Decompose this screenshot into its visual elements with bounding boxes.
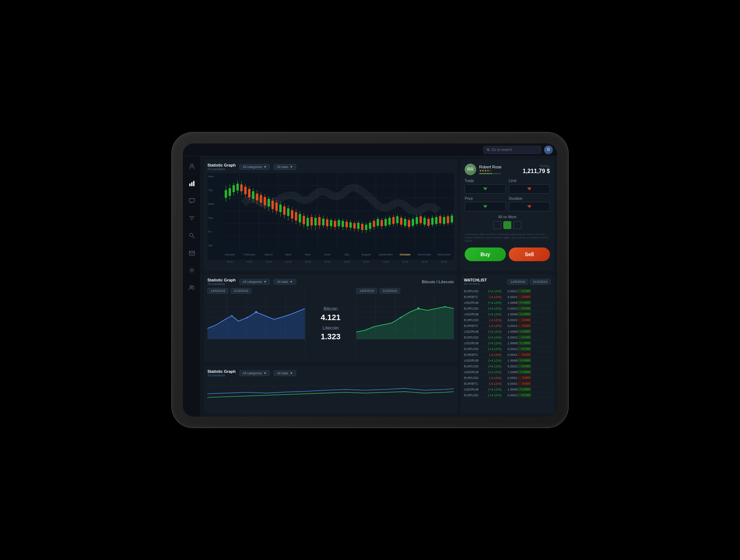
svg-point-14	[190, 286, 192, 288]
wl-price-17: 1.9998	[502, 388, 517, 391]
search-box[interactable]	[483, 146, 541, 154]
mini-chart-title: Statistic Graph	[207, 369, 236, 374]
btc-center: Bitcoin 4.121 Litecoin 1.323	[305, 288, 356, 359]
wl-pair-15: EUR/USD	[464, 376, 481, 380]
sidebar-icon-search[interactable]	[186, 230, 197, 241]
svg-rect-115	[384, 219, 387, 226]
sidebar-icon-filter[interactable]	[186, 213, 197, 224]
btc-right-date1: 14/5/2019	[356, 288, 377, 294]
wl-price-18: 0,0001	[502, 393, 517, 397]
svg-rect-141	[435, 217, 437, 224]
bitcoin-stats-dropdown[interactable]: All stats ▼	[274, 279, 296, 285]
sidebar-icon-user[interactable]	[186, 161, 197, 172]
price-dropdown[interactable]	[465, 202, 506, 211]
svg-rect-12	[189, 251, 194, 255]
svg-rect-49	[256, 194, 258, 201]
total-display: TOTAL 1,211,79 $	[522, 164, 550, 175]
svg-rect-145	[443, 217, 445, 224]
litecoin-label: Litecoin	[323, 325, 339, 331]
svg-rect-69	[295, 212, 297, 220]
wl-price-6: 0,0041	[502, 324, 517, 328]
btc-left-svg	[207, 296, 305, 339]
top-user-avatar[interactable]: R	[544, 146, 553, 154]
trade-group: Trade	[465, 179, 506, 194]
buy-button[interactable]: Buy	[465, 247, 506, 261]
litecoin-value: 1.323	[320, 332, 340, 341]
disclaimer-text: Lorem ipsum dolor sit amet, consectetur …	[465, 233, 550, 242]
sidebar-icon-users[interactable]	[186, 282, 197, 293]
wl-pair-13: EUR/USD	[464, 365, 481, 368]
svg-point-168	[400, 317, 401, 318]
mini-stats-dropdown[interactable]: All stats ▼	[274, 370, 296, 376]
wl-change-12: (+4.12%)	[481, 359, 502, 362]
bitcoin-categories-dropdown[interactable]: All categories ▼	[239, 279, 270, 285]
y-axis-labels: Mon Tue Wed Thu Fri Sat	[207, 173, 220, 249]
trade-panel: RR Robert Rose ★★★★☆ TOTAL 1,211	[460, 159, 554, 271]
duration-dropdown[interactable]	[509, 202, 550, 211]
svg-rect-41	[240, 185, 242, 191]
wl-price-15: 0,0001	[502, 376, 517, 380]
sidebar-icon-chart[interactable]	[186, 178, 197, 189]
limit-dropdown[interactable]	[509, 184, 550, 194]
svg-point-10	[189, 233, 193, 237]
svg-rect-111	[377, 219, 379, 226]
chevron-down-icon-3: ▼	[263, 280, 267, 284]
checkbox-1[interactable]	[493, 221, 501, 229]
svg-point-159	[246, 317, 248, 318]
checkbox-3[interactable]	[513, 221, 521, 229]
mini-chart-header: Statistic Graph All mentions All categor…	[207, 369, 454, 377]
svg-rect-121	[396, 216, 398, 223]
trade-dropdown[interactable]	[465, 184, 506, 194]
btc-date2: 21/3/2019	[231, 288, 251, 294]
total-value: 1,211,79 $	[522, 168, 550, 175]
limit-arrow-icon	[527, 188, 532, 190]
watchlist-rows: EUR/USD (+4.12%) 0,0001 +0.000 EUR/BTC (…	[464, 288, 551, 398]
svg-rect-51	[260, 195, 262, 203]
categories-dropdown[interactable]: All categories ▼	[239, 164, 270, 170]
wl-price-11: 0,0041	[502, 353, 517, 357]
limit-group: Limit	[509, 179, 550, 194]
btc-right-date2: 21/3/2019	[379, 288, 400, 294]
search-input[interactable]	[491, 148, 538, 152]
watchlist-row: USD/RUB (+4.12%) 1.9998 +1.9999	[464, 300, 551, 306]
svg-rect-43	[244, 187, 246, 194]
wl-pair-1: EUR/BTC	[464, 295, 481, 299]
duration-arrow-icon	[527, 205, 532, 208]
svg-rect-61	[279, 204, 281, 212]
wl-delta-11: -0.010	[517, 353, 531, 357]
checkbox-2[interactable]	[503, 221, 511, 229]
time-sub-labels: 04:00 15:00 01:00 11:00 22:00 04:00 15:0…	[207, 260, 454, 263]
wl-price-0: 0,0001	[502, 289, 517, 293]
mini-categories-dropdown[interactable]: All categories ▼	[239, 370, 270, 376]
wl-change-16: (-4.12%)	[481, 382, 502, 385]
wl-change-8: (+4.12%)	[481, 336, 502, 339]
trade-form: Trade Limit	[465, 179, 550, 211]
svg-rect-3	[189, 184, 190, 186]
sidebar-icon-chat[interactable]	[186, 195, 197, 206]
watchlist-row: USD/RUB (+4.12%) 1.9998 +1.9999	[464, 369, 551, 375]
chevron-down-icon: ▼	[263, 165, 267, 169]
wl-price-9: 1.9998	[502, 341, 517, 345]
watchlist-title: WATCHLIST All mentions	[464, 278, 487, 285]
sidebar-icon-mail[interactable]	[186, 247, 197, 258]
svg-rect-65	[287, 208, 289, 216]
watchlist-row: EUR/BTC (-4.12%) 0,0041 -0.010	[464, 294, 551, 300]
watchlist-row: EUR/USD (+4.12%) 0,0001 +0.000	[464, 392, 551, 398]
svg-rect-129	[412, 219, 414, 226]
sidebar-icon-settings[interactable]	[186, 265, 197, 276]
svg-rect-135	[423, 218, 426, 225]
bottom-section: Statistic Graph All mentions All categor…	[204, 274, 554, 414]
wl-pair-2: USD/RUB	[464, 301, 481, 305]
wl-delta-1: -0.010	[517, 295, 531, 299]
wl-price-7: 1.9998	[502, 330, 517, 333]
wl-change-10: (+4.12%)	[481, 347, 502, 351]
wl-delta-7: +1.9999	[517, 329, 531, 333]
svg-rect-105	[365, 225, 367, 230]
wl-delta-0: +0.000	[517, 289, 531, 293]
wl-change-17: (+4.12%)	[481, 388, 502, 391]
sell-button[interactable]: Sell	[509, 247, 550, 261]
filter-icon	[189, 215, 195, 221]
svg-point-169	[444, 306, 446, 307]
wl-pair-16: EUR/BTC	[464, 382, 481, 385]
stats-dropdown[interactable]: All stats ▼	[274, 164, 296, 170]
